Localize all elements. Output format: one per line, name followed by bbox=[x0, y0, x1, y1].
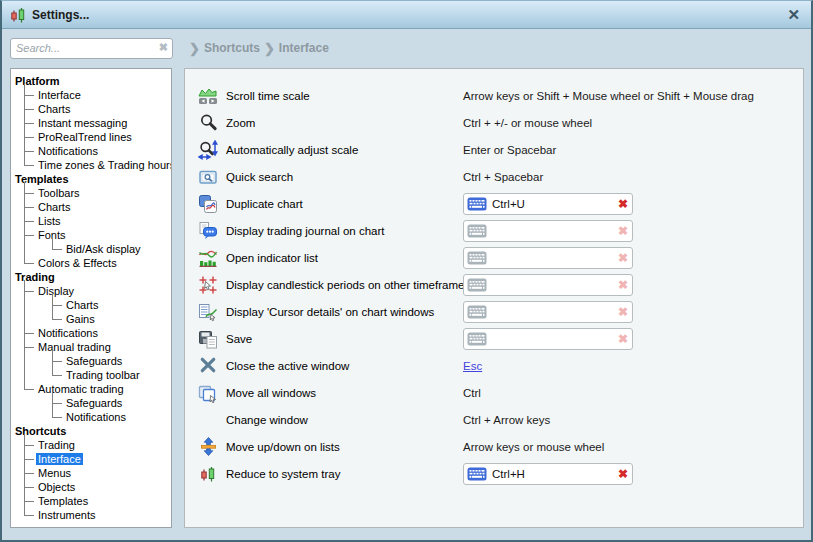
sidebar-item-interface[interactable]: Interface bbox=[36, 453, 83, 465]
tree-node: Time zones & Trading hours bbox=[24, 158, 171, 172]
no-icon bbox=[197, 410, 219, 430]
sidebar-item-instruments[interactable]: Instruments bbox=[36, 509, 97, 521]
candlestick-logo-icon bbox=[10, 7, 26, 23]
shortcut-label[interactable]: Display candlestick periods on other tim… bbox=[226, 279, 463, 291]
shortcut-row-display-candlestick-periods-on-other-timeframes: Display candlestick periods on other tim… bbox=[185, 271, 803, 298]
tree-node: Templates bbox=[24, 494, 171, 508]
clear-shortcut-icon[interactable]: ✖ bbox=[618, 279, 628, 291]
sidebar-item-safeguards[interactable]: Safeguards bbox=[64, 355, 124, 367]
sidebar-item-safeguards[interactable]: Safeguards bbox=[64, 397, 124, 409]
shortcut-input[interactable]: ✖ bbox=[463, 247, 633, 269]
shortcut-value-link[interactable]: Esc bbox=[463, 360, 482, 372]
shortcut-input[interactable]: ✖ bbox=[463, 220, 633, 242]
sidebar-item-charts[interactable]: Charts bbox=[64, 299, 100, 311]
keyboard-icon bbox=[467, 251, 487, 265]
tree-node: Automatic tradingSafeguardsNotifications bbox=[24, 382, 171, 424]
tree-node: Interface bbox=[24, 452, 171, 466]
shortcut-input[interactable]: ✖ bbox=[463, 328, 633, 350]
sidebar-item-display[interactable]: Display bbox=[36, 285, 76, 297]
sidebar-item-notifications[interactable]: Notifications bbox=[36, 327, 100, 339]
shortcut-row-duplicate-chart: Duplicate chartCtrl+U✖ bbox=[185, 190, 803, 217]
shortcut-row-change-window: Change windowCtrl + Arrow keys bbox=[185, 406, 803, 433]
clear-shortcut-icon[interactable]: ✖ bbox=[618, 333, 628, 345]
close-icon[interactable]: ✕ bbox=[784, 7, 803, 22]
shortcut-label[interactable]: Open indicator list bbox=[226, 252, 463, 264]
sidebar-section-templates[interactable]: Templates bbox=[15, 172, 171, 186]
shortcut-value: Ctrl + Spacebar bbox=[463, 171, 543, 183]
sidebar-item-templates[interactable]: Templates bbox=[36, 495, 90, 507]
clear-shortcut-icon[interactable]: ✖ bbox=[618, 252, 628, 264]
shortcut-label[interactable]: Save bbox=[226, 333, 463, 345]
sidebar-section-shortcuts[interactable]: Shortcuts bbox=[15, 424, 171, 438]
settings-tree: PlatformInterfaceChartsInstant messaging… bbox=[15, 74, 171, 522]
clear-shortcut-icon[interactable]: ✖ bbox=[618, 198, 628, 210]
shortcut-row-save: Save✖ bbox=[185, 325, 803, 352]
shortcut-row-display-cursor-details-on-chart-windows: Display 'Cursor details' on chart window… bbox=[185, 298, 803, 325]
sidebar-item-trading-toolbar[interactable]: Trading toolbar bbox=[64, 369, 142, 381]
sidebar-item-bid-ask-display[interactable]: Bid/Ask display bbox=[64, 243, 143, 255]
tree-node: Notifications bbox=[52, 410, 171, 424]
sidebar-item-automatic-trading[interactable]: Automatic trading bbox=[36, 383, 126, 395]
shortcut-input[interactable]: ✖ bbox=[463, 301, 633, 323]
trading-journal-icon bbox=[197, 221, 219, 241]
sidebar-item-manual-trading[interactable]: Manual trading bbox=[36, 341, 113, 353]
search-clear-icon[interactable]: ✖ bbox=[159, 41, 168, 54]
shortcut-key-value: Ctrl+U bbox=[492, 198, 618, 210]
shortcut-label[interactable]: Duplicate chart bbox=[226, 198, 463, 210]
sidebar-item-time-zones-trading-hours[interactable]: Time zones & Trading hours bbox=[36, 159, 172, 171]
tree-node: Interface bbox=[24, 88, 171, 102]
sidebar-item-lists[interactable]: Lists bbox=[36, 215, 63, 227]
sidebar-item-objects[interactable]: Objects bbox=[36, 481, 77, 493]
sidebar-item-gains[interactable]: Gains bbox=[64, 313, 97, 325]
window-title: Settings... bbox=[32, 8, 784, 22]
breadcrumb-item-interface[interactable]: Interface bbox=[279, 41, 329, 55]
sidebar-item-notifications[interactable]: Notifications bbox=[64, 411, 128, 423]
shortcut-input[interactable]: Ctrl+U✖ bbox=[463, 193, 633, 215]
shortcut-label: Zoom bbox=[226, 117, 463, 129]
sidebar-item-prorealtrend-lines[interactable]: ProRealTrend lines bbox=[36, 131, 134, 143]
duplicate-chart-icon bbox=[197, 194, 219, 214]
quick-search-icon bbox=[197, 167, 219, 187]
sidebar-item-trading[interactable]: Trading bbox=[36, 439, 77, 451]
breadcrumb-item-shortcuts[interactable]: Shortcuts bbox=[204, 41, 260, 55]
sidebar-item-notifications[interactable]: Notifications bbox=[36, 145, 100, 157]
clear-shortcut-icon[interactable]: ✖ bbox=[618, 225, 628, 237]
sidebar-item-interface[interactable]: Interface bbox=[36, 89, 83, 101]
clear-shortcut-icon[interactable]: ✖ bbox=[618, 306, 628, 318]
shortcut-label[interactable]: Quick search bbox=[226, 171, 463, 183]
shortcut-row-quick-search: Quick searchCtrl + Spacebar bbox=[185, 163, 803, 190]
sidebar-item-menus[interactable]: Menus bbox=[36, 467, 73, 479]
clear-shortcut-icon[interactable]: ✖ bbox=[618, 468, 628, 480]
shortcut-row-open-indicator-list: Open indicator list✖ bbox=[185, 244, 803, 271]
sidebar-item-colors-effects[interactable]: Colors & Effects bbox=[36, 257, 119, 269]
shortcut-row-close-the-active-window: Close the active windowEsc bbox=[185, 352, 803, 379]
sidebar-item-instant-messaging[interactable]: Instant messaging bbox=[36, 117, 129, 129]
shortcut-label[interactable]: Reduce to system tray bbox=[226, 468, 463, 480]
shortcut-label[interactable]: Move all windows bbox=[226, 387, 463, 399]
sidebar-item-charts[interactable]: Charts bbox=[36, 201, 72, 213]
candlestick-periods-icon bbox=[197, 275, 219, 295]
shortcut-row-display-trading-journal-on-chart: Display trading journal on chart✖ bbox=[185, 217, 803, 244]
shortcut-label[interactable]: Display trading journal on chart bbox=[226, 225, 463, 237]
search-input[interactable] bbox=[10, 38, 173, 59]
shortcut-label[interactable]: Close the active window bbox=[226, 360, 463, 372]
shortcut-label[interactable]: Automatically adjust scale bbox=[226, 144, 463, 156]
settings-window: Settings... ✕ ✖ ❯ Shortcuts ❯ Interface … bbox=[0, 0, 813, 542]
sidebar-section-trading[interactable]: Trading bbox=[15, 270, 171, 284]
sidebar-section-platform[interactable]: Platform bbox=[15, 74, 171, 88]
settings-tree-panel: PlatformInterfaceChartsInstant messaging… bbox=[10, 68, 172, 528]
sidebar-item-toolbars[interactable]: Toolbars bbox=[36, 187, 82, 199]
shortcut-row-scroll-time-scale: Scroll time scaleArrow keys or Shift + M… bbox=[185, 82, 803, 109]
shortcut-label[interactable]: Change window bbox=[226, 414, 463, 426]
shortcut-label[interactable]: Display 'Cursor details' on chart window… bbox=[226, 306, 463, 318]
chevron-right-icon: ❯ bbox=[189, 41, 200, 56]
search-box: ✖ bbox=[10, 38, 173, 59]
sidebar-item-charts[interactable]: Charts bbox=[36, 103, 72, 115]
shortcut-input[interactable]: ✖ bbox=[463, 274, 633, 296]
keyboard-icon bbox=[467, 224, 487, 238]
tree-node: Instant messaging bbox=[24, 116, 171, 130]
shortcut-input[interactable]: Ctrl+H✖ bbox=[463, 463, 633, 485]
shortcut-label[interactable]: Move up/down on lists bbox=[226, 441, 463, 453]
shortcut-row-reduce-to-system-tray: Reduce to system trayCtrl+H✖ bbox=[185, 460, 803, 487]
tree-node: Menus bbox=[24, 466, 171, 480]
